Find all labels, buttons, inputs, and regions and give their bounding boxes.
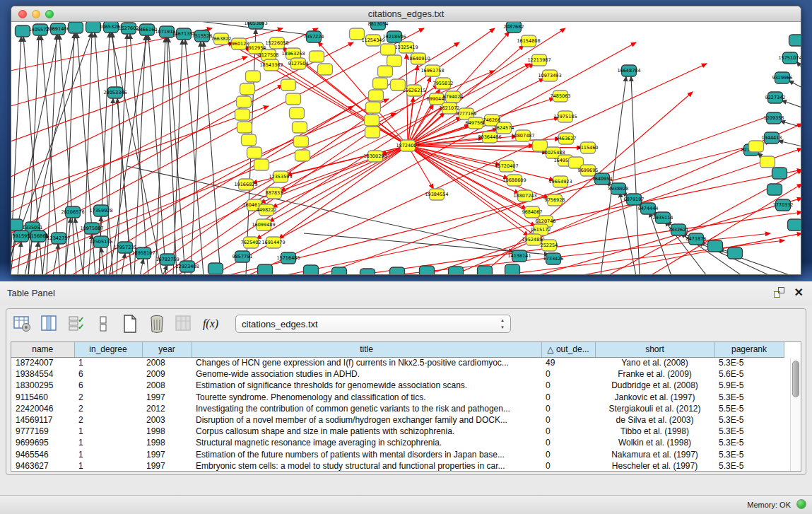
delete-table-icon[interactable] xyxy=(148,315,166,333)
table-cell[interactable]: 5.3E-5 xyxy=(714,449,784,460)
table-cell[interactable]: 5.3E-5 xyxy=(714,414,784,426)
table-row[interactable]: 977716911998Corpus callosum shape and si… xyxy=(11,426,784,437)
minimize-window-button[interactable] xyxy=(32,10,40,18)
table-cell[interactable]: 0 xyxy=(541,460,595,472)
table-cell[interactable]: 2008 xyxy=(142,357,192,368)
table-cell[interactable]: 5.3E-5 xyxy=(714,460,784,472)
table-cell[interactable]: 1998 xyxy=(142,437,192,448)
table-cell[interactable]: 2 xyxy=(74,414,142,426)
memory-ok-indicator[interactable] xyxy=(796,499,806,509)
column-header-year[interactable]: year xyxy=(142,342,192,357)
table-cell[interactable]: 0 xyxy=(541,414,595,426)
table-cell[interactable]: 5.5E-5 xyxy=(714,403,784,414)
column-header-out_de[interactable]: △ out_de... xyxy=(541,342,595,357)
table-cell[interactable]: 2003 xyxy=(142,414,192,426)
table-cell[interactable]: 18724007 xyxy=(11,357,74,368)
table-cell[interactable]: 9777169 xyxy=(11,426,74,437)
column-header-in_degree[interactable]: in_degree xyxy=(74,342,142,357)
table-cell[interactable]: Nakamura et al. (1997) xyxy=(595,449,714,460)
table-cell[interactable]: 1 xyxy=(74,449,142,460)
table-cell[interactable]: 0 xyxy=(541,437,595,448)
network-canvas[interactable] xyxy=(11,22,801,274)
cells-icon[interactable] xyxy=(94,315,112,333)
table-cell[interactable]: 0 xyxy=(541,403,595,414)
select-all-rows-icon[interactable]: ✓✓ xyxy=(67,315,86,333)
table-row[interactable]: 1872400712008Changes of HCN gene express… xyxy=(11,357,784,368)
column-header-short[interactable]: short xyxy=(595,342,714,357)
node-table-viewport[interactable]: namein_degreeyeartitle△ out_de...shortpa… xyxy=(11,341,801,472)
table-cell[interactable]: de Silva et al. (2003) xyxy=(595,414,714,426)
table-cell[interactable]: 0 xyxy=(541,426,595,437)
table-cell[interactable]: Yano et al. (2008) xyxy=(595,357,714,368)
table-cell[interactable]: 2008 xyxy=(142,380,192,391)
table-cell[interactable]: Investigating the contribution of common… xyxy=(192,403,541,414)
table-cell[interactable]: 49 xyxy=(541,357,595,368)
table-cell[interactable]: 1998 xyxy=(142,426,192,437)
table-cell[interactable]: 9115460 xyxy=(11,392,74,403)
zoom-window-button[interactable] xyxy=(45,10,54,18)
table-cell[interactable]: Dudbridge et al. (2008) xyxy=(595,380,714,391)
table-cell[interactable]: 0 xyxy=(541,392,595,403)
table-cell[interactable]: 2009 xyxy=(142,368,192,380)
table-cell[interactable]: 18300295 xyxy=(11,380,74,391)
table-cell[interactable]: 5.3E-5 xyxy=(714,437,784,448)
network-table-selector[interactable]: citations_edges.txt ▲▼ xyxy=(235,315,511,333)
table-cell[interactable]: 1 xyxy=(74,437,142,448)
table-settings-icon[interactable] xyxy=(13,315,32,333)
window-titlebar[interactable]: citations_edges.txt xyxy=(11,6,801,22)
table-row[interactable]: 1830029562008Estimation of significance … xyxy=(11,380,784,391)
table-cell[interactable]: 9463627 xyxy=(11,460,74,472)
table-cell[interactable]: Tourette syndrome. Phenomenology and cla… xyxy=(192,392,541,403)
table-cell[interactable]: 9699695 xyxy=(11,437,74,448)
table-row[interactable]: 1456911722003Disruption of a novel membe… xyxy=(11,414,784,426)
table-row[interactable]: 911546021997Tourette syndrome. Phenomeno… xyxy=(11,392,784,403)
table-cell[interactable]: 2012 xyxy=(142,403,192,414)
table-cell[interactable]: Changes of HCN gene expression and I(f) … xyxy=(192,357,541,368)
table-cell[interactable]: Jankovic et al. (1997) xyxy=(595,392,714,403)
table-cell[interactable]: Estimation of the future numbers of pati… xyxy=(192,449,541,460)
table-scrollbar[interactable] xyxy=(790,358,801,472)
table-cell[interactable]: 5.9E-5 xyxy=(714,380,784,391)
table-cell[interactable]: 2 xyxy=(74,403,142,414)
table-cell[interactable]: 1997 xyxy=(142,449,192,460)
table-cell[interactable]: 1 xyxy=(74,426,142,437)
table-cell[interactable]: 9465546 xyxy=(11,449,74,460)
table-cell[interactable]: 1 xyxy=(74,357,142,368)
table-cell[interactable]: 5.6E-5 xyxy=(714,368,784,380)
table-cell[interactable]: 1997 xyxy=(142,392,192,403)
table-cell[interactable]: Tibbo et al. (1998) xyxy=(595,426,714,437)
function-builder-icon[interactable]: f(x) xyxy=(201,315,220,333)
table-cell[interactable]: Disruption of a novel member of a sodium… xyxy=(192,414,541,426)
table-row[interactable]: 946554611997Estimation of the future num… xyxy=(11,449,784,460)
show-columns-icon[interactable] xyxy=(40,315,59,333)
table-cell[interactable]: 19384554 xyxy=(11,368,74,380)
column-header-pagerank[interactable]: pagerank xyxy=(714,342,784,357)
table-cell[interactable]: 5.3E-5 xyxy=(714,426,784,437)
table-cell[interactable]: 1997 xyxy=(142,460,192,472)
table-cell[interactable]: Estimation of significance thresholds fo… xyxy=(192,380,541,391)
table-cell[interactable]: 14569117 xyxy=(11,414,74,426)
table-cell[interactable]: 5.3E-5 xyxy=(714,392,784,403)
table-cell[interactable]: 0 xyxy=(541,449,595,460)
table-cell[interactable]: 6 xyxy=(74,368,142,380)
table-cell[interactable]: 0 xyxy=(541,368,595,380)
table-cell[interactable]: Structural magnetic resonance image aver… xyxy=(192,437,541,448)
new-document-icon[interactable] xyxy=(121,315,139,333)
network-window[interactable]: citations_edges.txt xyxy=(11,6,801,275)
close-panel-icon[interactable]: ✕ xyxy=(794,287,804,298)
table-cell[interactable]: Genome-wide association studies in ADHD. xyxy=(192,368,541,380)
table-scrollbar-thumb[interactable] xyxy=(792,361,799,397)
table-cell[interactable]: 2 xyxy=(74,392,142,403)
table-cell[interactable]: 22420046 xyxy=(11,403,74,414)
table-cell[interactable]: Franke et al. (2009) xyxy=(595,368,714,380)
table-cell[interactable]: Hescheler et al. (1997) xyxy=(595,460,714,472)
table-row[interactable]: 2242004622012Investigating the contribut… xyxy=(11,403,784,414)
float-panel-icon[interactable] xyxy=(774,287,784,298)
column-header-title[interactable]: title xyxy=(192,342,541,357)
table-cell[interactable]: 0 xyxy=(541,380,595,391)
table-cell[interactable]: Embryonic stem cells: a model to study s… xyxy=(192,460,541,472)
close-window-button[interactable] xyxy=(18,10,27,18)
table-cell[interactable]: Wolkin et al. (1998) xyxy=(595,437,714,448)
table-row[interactable]: 969969511998Structural magnetic resonanc… xyxy=(11,437,784,448)
table-row[interactable]: 1938455462009Genome-wide association stu… xyxy=(11,368,784,380)
